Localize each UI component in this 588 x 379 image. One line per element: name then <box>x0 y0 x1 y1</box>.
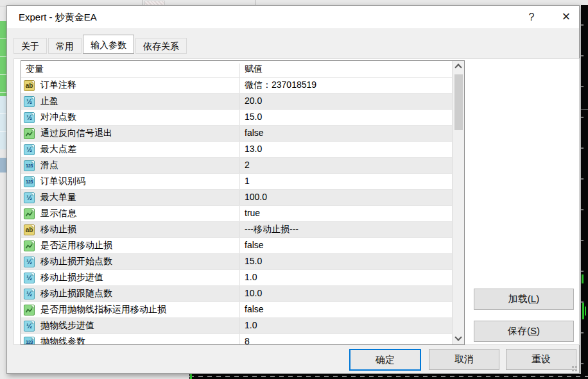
table-row[interactable]: 123滑点2 <box>21 158 452 174</box>
param-value[interactable]: 8 <box>239 334 452 345</box>
table-row[interactable]: ½移动止损步进值1.0 <box>21 270 452 286</box>
background-market-watch-strip <box>0 6 6 379</box>
bool-param-icon <box>24 240 35 251</box>
param-value[interactable]: false <box>239 302 452 317</box>
table-row[interactable]: ½对冲点数15.0 <box>21 110 452 126</box>
table-row[interactable]: ½最大单量100.0 <box>21 190 452 206</box>
background-chart-strip <box>581 5 588 379</box>
double-param-icon: ½ <box>24 112 35 123</box>
param-name: 订单识别码 <box>40 176 85 187</box>
chart-candle <box>190 374 192 379</box>
param-name: 通过反向信号退出 <box>40 128 112 139</box>
param-value[interactable]: 1.0 <box>239 270 452 285</box>
tab-bar: 关于常用输入参数依存关系 <box>13 35 188 54</box>
chevron-up-icon <box>454 63 462 71</box>
vertical-scrollbar[interactable] <box>452 61 464 344</box>
double-param-icon: ½ <box>24 192 35 203</box>
column-header-variable[interactable]: 变量 <box>26 63 44 75</box>
table-row[interactable]: 123订单识别码1 <box>21 174 452 190</box>
chart-candle <box>582 303 584 319</box>
scroll-down-button[interactable] <box>453 333 465 344</box>
ok-button[interactable]: 确定 <box>349 349 421 371</box>
double-param-icon: ½ <box>24 321 35 332</box>
reset-button[interactable]: 重设 <box>506 349 576 370</box>
load-button[interactable]: 加载(L) <box>474 289 574 310</box>
close-button[interactable]: × <box>557 8 576 25</box>
param-name: 显示信息 <box>40 208 76 219</box>
param-value[interactable]: true <box>239 206 452 221</box>
param-value[interactable]: 微信：237018519 <box>239 78 452 93</box>
dialog-title-bar[interactable]: Expert - 炒黄金EA ? × <box>7 6 579 28</box>
tab-about[interactable]: 关于 <box>13 38 47 54</box>
double-param-icon: ½ <box>24 273 35 283</box>
help-button[interactable]: ? <box>524 10 539 24</box>
param-name: 抛物线步进值 <box>40 320 94 332</box>
param-value[interactable]: 15.0 <box>239 254 452 269</box>
param-name: 订单注释 <box>40 80 76 91</box>
table-row[interactable]: ½抛物线步进值1.0 <box>21 318 452 334</box>
resize-grip[interactable] <box>572 366 578 372</box>
table-row[interactable]: ½移动止损开始点数15.0 <box>21 254 452 270</box>
table-row[interactable]: ab订单注释微信：237018519 <box>21 78 452 94</box>
chart-grid-line <box>581 109 588 110</box>
param-name: 止盈 <box>40 96 58 107</box>
param-name: 移动止损 <box>40 224 76 235</box>
integer-param-icon: 123 <box>24 337 35 345</box>
expert-properties-dialog: Expert - 炒黄金EA ? × 关于常用输入参数依存关系 变量 赋值 ab… <box>6 5 580 374</box>
param-value[interactable]: ---移动止损--- <box>239 222 452 237</box>
screen: Expert - 炒黄金EA ? × 关于常用输入参数依存关系 变量 赋值 ab… <box>0 0 588 379</box>
integer-param-icon: 123 <box>24 160 35 171</box>
integer-param-icon: 123 <box>24 176 35 187</box>
table-row[interactable]: 123抛物线参数8 <box>21 334 452 345</box>
param-value[interactable]: false <box>239 126 452 141</box>
param-value[interactable]: 10.0 <box>239 286 452 301</box>
param-value[interactable]: 1 <box>239 174 452 189</box>
param-name: 移动止损开始点数 <box>40 256 112 267</box>
market-watch-blue-cells <box>0 96 6 149</box>
param-value[interactable]: 100.0 <box>239 190 452 205</box>
market-watch-green-cells <box>0 21 6 96</box>
tab-common[interactable]: 常用 <box>48 38 82 54</box>
param-value[interactable]: 2 <box>239 158 452 173</box>
chart-grid-ticks <box>581 24 584 379</box>
bool-param-icon <box>24 305 35 316</box>
table-row[interactable]: 显示信息true <box>21 206 452 222</box>
param-name: 是否运用移动止损 <box>40 240 112 251</box>
param-value[interactable]: false <box>239 238 452 253</box>
double-param-icon: ½ <box>24 257 35 267</box>
tab-inputs[interactable]: 输入参数 <box>83 35 134 54</box>
string-param-icon: ab <box>24 80 35 91</box>
double-param-icon: ½ <box>24 144 35 155</box>
param-name: 抛物线参数 <box>40 336 85 345</box>
background-chart-bottom-strip <box>189 374 588 379</box>
table-row[interactable]: ½最大点差13.0 <box>21 142 452 158</box>
param-value[interactable]: 1.0 <box>239 318 452 333</box>
scrollbar-thumb[interactable] <box>454 74 463 130</box>
param-name: 滑点 <box>40 160 58 171</box>
column-header-value[interactable]: 赋值 <box>239 63 452 77</box>
param-name: 最大单量 <box>40 192 76 203</box>
chart-dashed-line <box>189 376 588 377</box>
chevron-down-icon <box>454 333 462 341</box>
scroll-up-button[interactable] <box>453 61 465 72</box>
cancel-button[interactable]: 取消 <box>429 349 499 370</box>
table-row[interactable]: 是否用抛物线指标运用移动止损false <box>21 302 452 318</box>
param-value[interactable]: 13.0 <box>239 142 452 157</box>
param-name: 对冲点数 <box>40 112 76 123</box>
table-row[interactable]: ½移动止损跟随点数10.0 <box>21 286 452 302</box>
param-value[interactable]: 20.0 <box>239 94 452 109</box>
table-row[interactable]: 通过反向信号退出false <box>21 126 452 142</box>
table-row[interactable]: 是否运用移动止损false <box>21 238 452 254</box>
param-name: 移动止损步进值 <box>40 272 103 283</box>
table-row[interactable]: ½止盈20.0 <box>21 94 452 110</box>
param-name: 移动止损跟随点数 <box>40 288 112 299</box>
chart-candle <box>582 274 584 283</box>
param-name: 最大点差 <box>40 144 76 155</box>
tab-dependencies[interactable]: 依存关系 <box>135 38 187 54</box>
tab-page-inputs: 变量 赋值 ab订单注释微信：237018519½止盈20.0½对冲点数15.0… <box>13 58 580 345</box>
save-button[interactable]: 保存(S) <box>474 321 574 342</box>
double-param-icon: ½ <box>24 289 35 299</box>
param-value[interactable]: 15.0 <box>239 110 452 125</box>
table-row[interactable]: ab移动止损---移动止损--- <box>21 222 452 238</box>
window-title: Expert - 炒黄金EA <box>19 12 97 24</box>
